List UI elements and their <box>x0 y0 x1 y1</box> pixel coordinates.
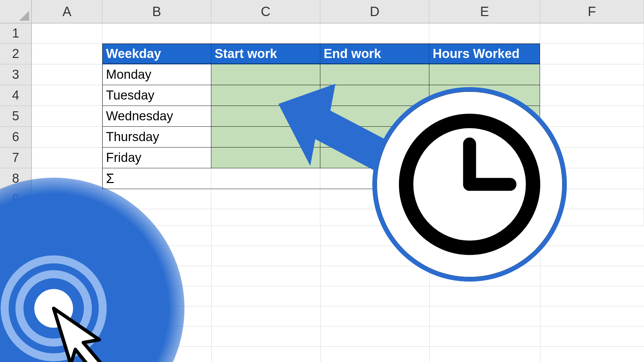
header-end-work[interactable]: End work <box>320 44 429 64</box>
col-header-E[interactable]: E <box>429 0 540 23</box>
cell-F4[interactable] <box>540 85 644 106</box>
clock-icon <box>397 112 542 256</box>
row-header-3[interactable]: 3 <box>0 64 32 85</box>
cell-weekday-fri[interactable]: Friday <box>102 147 211 168</box>
gridline <box>320 226 321 362</box>
cell-A2[interactable] <box>32 44 102 64</box>
cell-F1[interactable] <box>540 23 644 44</box>
cell-D1[interactable] <box>320 23 429 44</box>
col-header-A[interactable]: A <box>32 0 102 23</box>
row-header-4[interactable]: 4 <box>0 85 32 106</box>
cell-weekday-wed[interactable]: Wednesday <box>102 106 211 127</box>
header-start-work[interactable]: Start work <box>211 44 320 64</box>
cell-F3[interactable] <box>540 64 644 85</box>
row-header-7[interactable]: 7 <box>0 147 32 168</box>
col-header-F[interactable]: F <box>540 0 644 23</box>
svg-marker-0 <box>19 11 29 21</box>
cell-F5[interactable] <box>540 106 644 127</box>
cell-A1[interactable] <box>32 23 102 44</box>
cell-sum-label[interactable]: Σ <box>102 168 211 189</box>
select-all-corner[interactable] <box>0 0 32 23</box>
header-hours-worked[interactable]: Hours Worked <box>429 44 540 64</box>
row-header-6[interactable]: 6 <box>0 127 32 147</box>
spreadsheet-grid[interactable]: A B C D E F 1 2 3 4 5 6 7 8 9 10 <box>0 0 644 362</box>
cell-hours-mon[interactable] <box>429 64 540 85</box>
select-all-triangle-icon <box>19 11 29 21</box>
cell-F2[interactable] <box>540 44 644 64</box>
cell-weekday-tue[interactable]: Tuesday <box>102 85 211 106</box>
cell-end-mon[interactable] <box>320 64 429 85</box>
header-weekday[interactable]: Weekday <box>102 44 211 64</box>
cell-A6[interactable] <box>32 127 102 147</box>
cell-A4[interactable] <box>32 85 102 106</box>
gridline <box>211 226 212 362</box>
row-header-5[interactable]: 5 <box>0 106 32 127</box>
target-cursor-icon <box>0 251 111 362</box>
cell-A7[interactable] <box>32 147 102 168</box>
cell-A3[interactable] <box>32 64 102 85</box>
cell-E1[interactable] <box>429 23 540 44</box>
cell-C1[interactable] <box>211 23 320 44</box>
col-header-D[interactable]: D <box>320 0 429 23</box>
cell-weekday-mon[interactable]: Monday <box>102 64 211 85</box>
row-header-2[interactable]: 2 <box>0 44 32 64</box>
cell-A5[interactable] <box>32 106 102 127</box>
cell-weekday-thu[interactable]: Thursday <box>102 127 211 147</box>
col-header-C[interactable]: C <box>211 0 320 23</box>
cell-C10[interactable] <box>211 209 320 226</box>
clock-badge <box>372 87 567 282</box>
col-header-B[interactable]: B <box>102 0 211 23</box>
cell-B1[interactable] <box>102 23 211 44</box>
cell-start-mon[interactable] <box>211 64 320 85</box>
row-header-1[interactable]: 1 <box>0 23 32 44</box>
